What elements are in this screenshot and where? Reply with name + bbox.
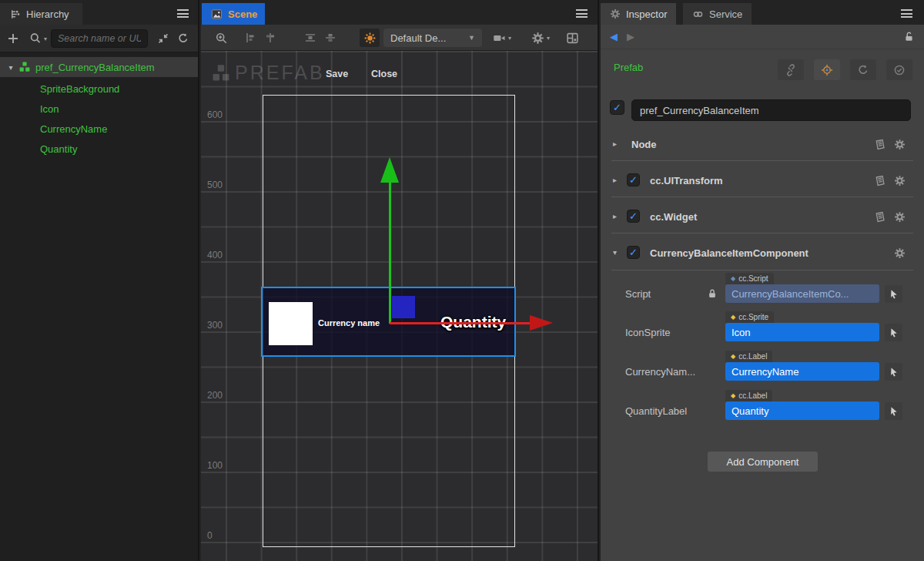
scene-panel: Scene Default De... ▼ ▾ ▾ bbox=[201, 0, 599, 561]
gizmo-y-axis-arrow[interactable] bbox=[380, 157, 399, 183]
tree-item-label: CurrencyName bbox=[40, 123, 107, 135]
gizmo-xy-plane-handle[interactable] bbox=[392, 296, 415, 318]
component-header-uitransform[interactable]: ▸ ✓ cc.UITransform bbox=[601, 172, 924, 190]
prefab-reset-button[interactable] bbox=[850, 59, 876, 80]
property-label: IconSprite bbox=[625, 327, 671, 338]
collapse-caret-icon[interactable]: ▸ bbox=[613, 212, 617, 220]
reference-picker-icon[interactable] bbox=[885, 285, 902, 303]
component-help-icon[interactable] bbox=[874, 211, 886, 223]
property-label: Script bbox=[625, 288, 651, 300]
lock-icon bbox=[707, 288, 718, 299]
property-label: QuantityLabel bbox=[625, 405, 687, 417]
prefab-cubes-icon bbox=[211, 63, 231, 83]
tree-item[interactable]: SpriteBackground bbox=[0, 79, 198, 99]
inspector-menu-icon[interactable] bbox=[901, 9, 912, 18]
tree-item-root[interactable]: ▾ pref_CurrencyBalanceItem bbox=[0, 57, 198, 77]
tab-service[interactable]: Service bbox=[683, 3, 752, 25]
component-header-widget[interactable]: ▸ ✓ cc.Widget bbox=[601, 208, 924, 227]
unlock-icon[interactable] bbox=[903, 31, 915, 42]
gizmo-toggle-icon[interactable] bbox=[360, 29, 380, 47]
distribute-vertical-icon[interactable] bbox=[302, 29, 319, 47]
currency-name-reference-field[interactable]: CurrencyName bbox=[725, 362, 879, 381]
camera-menu-icon[interactable]: ▾ bbox=[490, 29, 514, 47]
service-tab-label: Service bbox=[709, 8, 742, 20]
reference-picker-icon[interactable] bbox=[885, 402, 902, 420]
collapse-all-icon[interactable] bbox=[157, 32, 169, 45]
scene-menu-icon[interactable] bbox=[576, 9, 588, 18]
node-name-input[interactable] bbox=[631, 99, 911, 121]
divider bbox=[611, 197, 913, 197]
refresh-icon[interactable] bbox=[177, 32, 189, 45]
component-name: CurrencyBalanceItemComponent bbox=[650, 247, 808, 259]
gizmo-y-axis[interactable] bbox=[389, 182, 391, 324]
script-reference-field[interactable]: CurrencyBalanceItemCo... bbox=[725, 284, 879, 303]
component-name: cc.UITransform bbox=[650, 175, 723, 186]
ruler-label: 0 bbox=[207, 530, 213, 541]
expand-caret-icon[interactable]: ▾ bbox=[6, 63, 15, 72]
collapse-caret-icon[interactable]: ▸ bbox=[613, 176, 617, 184]
property-label: CurrencyNam... bbox=[625, 366, 695, 378]
component-help-icon[interactable] bbox=[874, 175, 886, 186]
align-center-icon[interactable] bbox=[262, 29, 279, 47]
scene-tabbar: Scene bbox=[201, 0, 598, 25]
align-left-icon[interactable] bbox=[242, 29, 259, 47]
component-header-currencybalanceitem[interactable]: ▾ ✓ CurrencyBalanceItemComponent bbox=[601, 244, 924, 263]
ruler-label: 500 bbox=[207, 180, 223, 190]
gizmo-x-axis[interactable] bbox=[390, 322, 531, 324]
prefab-unlink-button[interactable] bbox=[778, 59, 804, 80]
tab-hierarchy[interactable]: Hierarchy bbox=[0, 3, 82, 25]
ruler-label: 100 bbox=[207, 460, 223, 471]
component-gear-icon[interactable] bbox=[894, 139, 906, 150]
tree-item[interactable]: Icon bbox=[0, 99, 198, 119]
scene-settings-icon[interactable]: ▾ bbox=[529, 29, 552, 47]
collapse-caret-icon[interactable]: ▾ bbox=[613, 248, 617, 257]
prefab-apply-button[interactable] bbox=[886, 59, 912, 80]
component-enabled-checkbox[interactable]: ✓ bbox=[627, 173, 640, 186]
divider bbox=[611, 233, 913, 233]
tree-item-label: pref_CurrencyBalanceItem bbox=[35, 62, 155, 73]
tree-item-label: Quantity bbox=[40, 143, 77, 155]
tree-item-label: Icon bbox=[40, 103, 59, 115]
hierarchy-menu-icon[interactable] bbox=[177, 9, 189, 18]
zoom-tool-icon[interactable] bbox=[213, 29, 229, 47]
icon-sprite-reference-field[interactable]: Icon bbox=[725, 323, 879, 341]
save-button[interactable]: Save bbox=[326, 69, 348, 79]
component-gear-icon[interactable] bbox=[894, 247, 906, 259]
gizmo-x-axis-arrow[interactable] bbox=[530, 315, 553, 331]
device-dropdown[interactable]: Default De... ▼ bbox=[383, 29, 482, 47]
component-enabled-checkbox[interactable]: ✓ bbox=[627, 246, 640, 259]
close-button[interactable]: Close bbox=[371, 69, 397, 79]
node-active-checkbox[interactable]: ✓ bbox=[610, 100, 624, 115]
tab-scene[interactable]: Scene bbox=[202, 3, 265, 25]
scene-viewport[interactable]: PREFAB Save Close 600 500 400 300 200 10… bbox=[201, 51, 598, 561]
ruler-label: 600 bbox=[207, 109, 223, 120]
tab-inspector[interactable]: Inspector bbox=[601, 3, 676, 25]
component-enabled-checkbox[interactable]: ✓ bbox=[627, 210, 640, 223]
collapse-caret-icon[interactable]: ▸ bbox=[613, 139, 617, 148]
tree-item[interactable]: Quantity bbox=[0, 139, 198, 159]
reference-picker-icon[interactable] bbox=[885, 363, 902, 381]
layout-grid-icon[interactable] bbox=[564, 29, 581, 47]
distribute-horizontal-icon[interactable] bbox=[322, 29, 339, 47]
prefab-locate-button[interactable] bbox=[814, 59, 840, 80]
history-forward-icon[interactable]: ▶ bbox=[627, 31, 634, 42]
history-back-icon[interactable]: ◀ bbox=[610, 31, 618, 42]
type-tag: ◆ cc.Sprite bbox=[725, 311, 774, 323]
tree-item-label: SpriteBackground bbox=[40, 83, 119, 95]
component-help-icon[interactable] bbox=[874, 139, 886, 150]
component-gear-icon[interactable] bbox=[894, 211, 906, 223]
hierarchy-tree: ▾ pref_CurrencyBalanceItem SpriteBackgro… bbox=[0, 52, 198, 561]
divider bbox=[611, 160, 913, 161]
type-tag: ◆ cc.Label bbox=[725, 351, 772, 362]
tree-item[interactable]: CurrencyName bbox=[0, 119, 198, 139]
create-node-button[interactable] bbox=[7, 32, 19, 45]
add-component-button[interactable]: Add Component bbox=[708, 452, 818, 472]
search-input[interactable] bbox=[51, 29, 148, 48]
quantity-label-reference-field[interactable]: Quantity bbox=[725, 401, 879, 420]
search-filter-icon[interactable]: ▾ bbox=[29, 32, 47, 45]
component-header-node[interactable]: ▸ Node bbox=[601, 136, 924, 154]
inspector-tab-label: Inspector bbox=[626, 8, 667, 20]
ruler-label: 300 bbox=[207, 320, 223, 331]
reference-picker-icon[interactable] bbox=[885, 324, 902, 341]
component-gear-icon[interactable] bbox=[894, 175, 906, 186]
